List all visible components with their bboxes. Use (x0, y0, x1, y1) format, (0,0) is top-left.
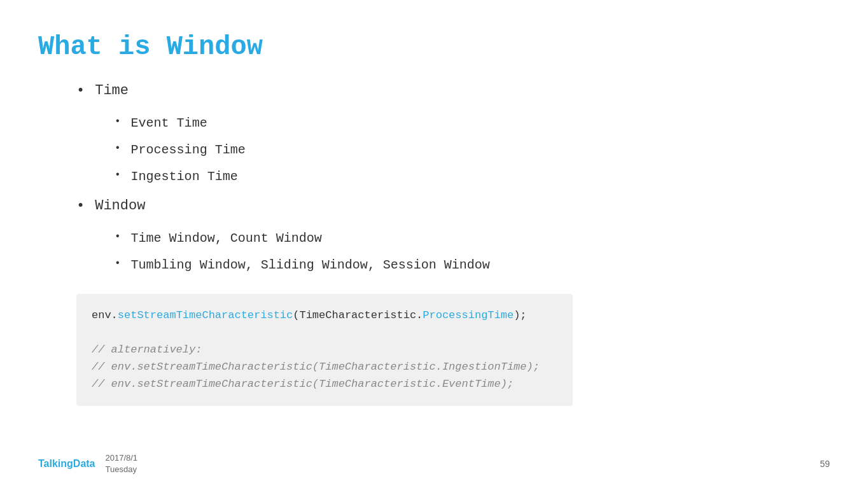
bullet-time-count-window: • Time Window, Count Window (115, 229, 830, 248)
code-comment-1: // alternatively: (92, 341, 557, 358)
bullet-window-types: • Tumbling Window, Sliding Window, Sessi… (115, 256, 830, 275)
footer-page: 59 (820, 459, 830, 469)
bullet-dot-ingestion: • (115, 167, 121, 183)
bullet-dot-event: • (115, 114, 121, 129)
code-param-open: (TimeCharacteristic. (293, 309, 423, 321)
bullet-dot-1: • (76, 81, 85, 101)
slide-title: What is Window (38, 32, 830, 62)
bullet-text-event-time: Event Time (131, 114, 207, 133)
footer-date-line2: Tuesday (106, 464, 138, 475)
code-comment-3: // env.setStreamTimeCharacteristic(TimeC… (92, 375, 557, 393)
bullet-text-processing-time: Processing Time (131, 141, 246, 160)
bullet-l1-window: • Window (76, 197, 830, 216)
bullet-dot-processing: • (115, 141, 121, 156)
bullet-time: • Time • Event Time • Processing Time • … (76, 81, 830, 186)
bullet-processing-time: • Processing Time (115, 141, 830, 160)
footer-brand: TalkingData (38, 458, 95, 470)
bullet-text-window: Window (95, 197, 145, 216)
code-processing-time-param: ProcessingTime (423, 309, 514, 321)
bullet-dot-window-types: • (115, 256, 121, 271)
content-area: • Time • Event Time • Processing Time • … (38, 81, 830, 406)
footer-left: TalkingData 2017/8/1 Tuesday (38, 452, 137, 475)
window-sub-bullets: • Time Window, Count Window • Tumbling W… (76, 229, 830, 275)
bullet-dot-time-count: • (115, 229, 121, 244)
bullet-text-window-types: Tumbling Window, Sliding Window, Session… (131, 256, 490, 275)
code-set-method: setStreamTimeCharacteristic (118, 309, 293, 321)
bullet-l1-time: • Time (76, 81, 830, 101)
code-comment-2: // env.setStreamTimeCharacteristic(TimeC… (92, 358, 557, 375)
bullet-ingestion-time: • Ingestion Time (115, 167, 830, 186)
bullet-dot-2: • (76, 197, 85, 216)
time-sub-bullets: • Event Time • Processing Time • Ingesti… (76, 114, 830, 186)
code-block: env.setStreamTimeCharacteristic(TimeChar… (76, 294, 573, 406)
footer-date-line1: 2017/8/1 (106, 452, 138, 464)
footer: TalkingData 2017/8/1 Tuesday 59 (38, 452, 830, 475)
code-blank (92, 324, 557, 341)
code-line1-end: ); (514, 309, 526, 321)
bullet-text-ingestion-time: Ingestion Time (131, 167, 238, 186)
bullet-text-time-count-window: Time Window, Count Window (131, 229, 322, 248)
footer-date: 2017/8/1 Tuesday (106, 452, 138, 475)
bullet-text-time: Time (95, 81, 129, 101)
bullet-event-time: • Event Time (115, 114, 830, 133)
bullet-window: • Window • Time Window, Count Window • T… (76, 197, 830, 275)
code-env: env. (92, 309, 118, 321)
slide: What is Window • Time • Event Time • Pro… (0, 0, 868, 488)
code-line-1: env.setStreamTimeCharacteristic(TimeChar… (92, 307, 557, 324)
